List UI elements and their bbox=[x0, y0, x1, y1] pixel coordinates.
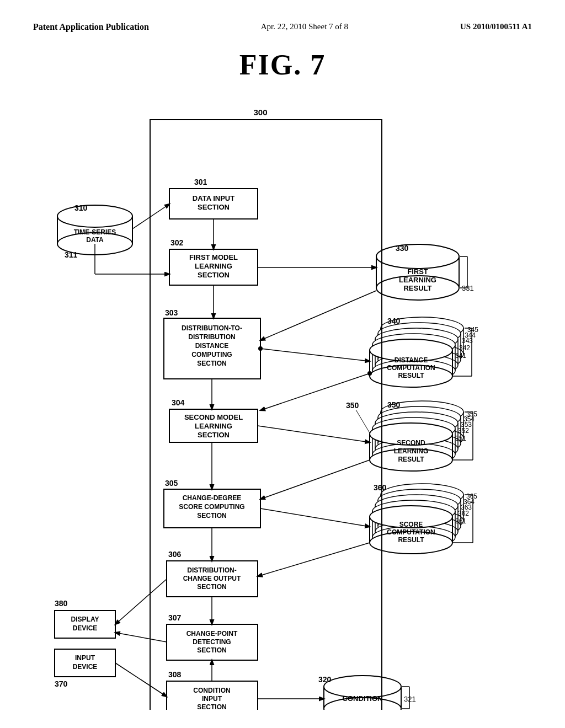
svg-text:300: 300 bbox=[253, 108, 267, 117]
svg-text:SECOND MODEL: SECOND MODEL bbox=[184, 413, 243, 421]
svg-text:306: 306 bbox=[168, 550, 182, 559]
svg-text:321: 321 bbox=[404, 695, 416, 703]
svg-point-188 bbox=[367, 371, 372, 376]
svg-text:CONDITION: CONDITION bbox=[343, 694, 383, 703]
svg-text:350: 350 bbox=[387, 400, 401, 409]
svg-text:361: 361 bbox=[455, 517, 466, 525]
svg-text:SECTION: SECTION bbox=[197, 360, 226, 367]
svg-text:CHANGE OUTPUT: CHANGE OUTPUT bbox=[183, 575, 241, 582]
svg-text:LEARNING: LEARNING bbox=[195, 422, 232, 430]
svg-line-193 bbox=[258, 543, 370, 576]
svg-text:SCORE COMPUTING: SCORE COMPUTING bbox=[179, 503, 244, 511]
header-right: US 2010/0100511 A1 bbox=[460, 22, 532, 31]
svg-text:SECTION: SECTION bbox=[197, 512, 226, 520]
svg-text:304: 304 bbox=[172, 398, 185, 407]
svg-line-186 bbox=[258, 426, 370, 442]
svg-text:DATA: DATA bbox=[86, 236, 104, 244]
svg-text:340: 340 bbox=[387, 317, 401, 325]
svg-text:DISTRIBUTION-TO-: DISTRIBUTION-TO- bbox=[182, 324, 242, 332]
svg-text:360: 360 bbox=[374, 483, 387, 492]
svg-text:351: 351 bbox=[455, 435, 466, 442]
svg-text:SECOND: SECOND bbox=[397, 439, 425, 447]
svg-text:INPUT: INPUT bbox=[202, 695, 222, 703]
svg-line-199 bbox=[115, 663, 167, 697]
svg-text:SECTION: SECTION bbox=[198, 271, 230, 279]
svg-text:305: 305 bbox=[165, 479, 178, 488]
svg-text:DISTANCE: DISTANCE bbox=[395, 356, 428, 364]
svg-text:362: 362 bbox=[458, 510, 469, 517]
svg-text:380: 380 bbox=[55, 599, 68, 608]
svg-text:COMPUTATION: COMPUTATION bbox=[387, 528, 435, 536]
svg-text:352: 352 bbox=[458, 427, 469, 435]
svg-text:FIRST: FIRST bbox=[407, 267, 428, 276]
header: Patent Application Publication Apr. 22, … bbox=[33, 22, 532, 32]
svg-point-1 bbox=[57, 205, 132, 227]
svg-text:308: 308 bbox=[168, 670, 182, 679]
diagram-container: 300 TIME-SERIES DATA 310 311 DATA INPUT … bbox=[42, 103, 523, 710]
svg-text:DATA INPUT: DATA INPUT bbox=[193, 194, 234, 202]
svg-text:RESULT: RESULT bbox=[403, 284, 431, 292]
svg-line-202 bbox=[356, 410, 370, 433]
svg-text:DEVICE: DEVICE bbox=[73, 663, 98, 671]
svg-text:INPUT: INPUT bbox=[75, 654, 95, 662]
svg-text:350: 350 bbox=[346, 401, 359, 410]
svg-text:370: 370 bbox=[55, 679, 68, 688]
svg-text:DISPLAY: DISPLAY bbox=[71, 615, 99, 623]
svg-text:DISTRIBUTION-: DISTRIBUTION- bbox=[187, 566, 236, 574]
svg-text:DISTRIBUTION: DISTRIBUTION bbox=[188, 333, 235, 341]
header-left: Patent Application Publication bbox=[33, 22, 149, 32]
svg-text:SECTION: SECTION bbox=[197, 583, 226, 591]
svg-line-177 bbox=[132, 204, 169, 229]
svg-text:SECTION: SECTION bbox=[198, 431, 230, 439]
svg-text:DISTANCE: DISTANCE bbox=[195, 342, 228, 350]
svg-text:RESULT: RESULT bbox=[398, 536, 424, 544]
svg-text:CHANGE-POINT: CHANGE-POINT bbox=[186, 630, 238, 638]
svg-text:310: 310 bbox=[74, 204, 88, 212]
svg-text:LEARNING: LEARNING bbox=[195, 262, 232, 270]
svg-line-190 bbox=[260, 460, 370, 499]
svg-text:302: 302 bbox=[170, 238, 184, 247]
svg-text:RESULT: RESULT bbox=[398, 456, 424, 463]
svg-text:342: 342 bbox=[459, 344, 470, 352]
svg-line-191 bbox=[260, 508, 370, 527]
svg-text:LEARNING: LEARNING bbox=[394, 447, 429, 455]
svg-line-183 bbox=[260, 349, 370, 361]
fig-title: FIG. 7 bbox=[33, 49, 532, 81]
svg-text:CONDITION: CONDITION bbox=[193, 687, 230, 694]
svg-text:CHANGE-DEGREE: CHANGE-DEGREE bbox=[183, 494, 242, 502]
svg-text:SECTION: SECTION bbox=[197, 646, 226, 654]
svg-text:TIME-SERIES: TIME-SERIES bbox=[74, 228, 116, 236]
svg-line-194 bbox=[115, 579, 167, 624]
svg-point-18 bbox=[376, 244, 459, 269]
svg-text:SECTION: SECTION bbox=[197, 703, 226, 710]
svg-text:DEVICE: DEVICE bbox=[73, 624, 98, 632]
svg-text:SCORE: SCORE bbox=[399, 521, 423, 528]
svg-text:LEARNING: LEARNING bbox=[399, 276, 436, 284]
svg-text:RESULT: RESULT bbox=[398, 372, 424, 379]
svg-text:SECTION: SECTION bbox=[198, 203, 230, 211]
svg-line-184 bbox=[260, 291, 376, 340]
diagram-svg: 300 TIME-SERIES DATA 310 311 DATA INPUT … bbox=[42, 103, 523, 710]
svg-text:COMPUTING: COMPUTING bbox=[191, 351, 232, 358]
svg-text:303: 303 bbox=[165, 308, 178, 317]
svg-text:307: 307 bbox=[168, 613, 182, 622]
svg-text:301: 301 bbox=[194, 178, 207, 186]
svg-text:320: 320 bbox=[318, 675, 332, 684]
svg-line-196 bbox=[115, 633, 167, 642]
svg-text:DETECTING: DETECTING bbox=[193, 638, 231, 646]
svg-text:311: 311 bbox=[65, 250, 78, 259]
svg-text:FIRST MODEL: FIRST MODEL bbox=[189, 253, 238, 261]
svg-point-200 bbox=[258, 346, 263, 351]
page: Patent Application Publication Apr. 22, … bbox=[0, 0, 565, 728]
svg-text:330: 330 bbox=[396, 244, 409, 253]
header-center: Apr. 22, 2010 Sheet 7 of 8 bbox=[261, 22, 348, 31]
svg-text:COMPUTATION: COMPUTATION bbox=[387, 364, 435, 372]
svg-text:341: 341 bbox=[455, 352, 466, 360]
